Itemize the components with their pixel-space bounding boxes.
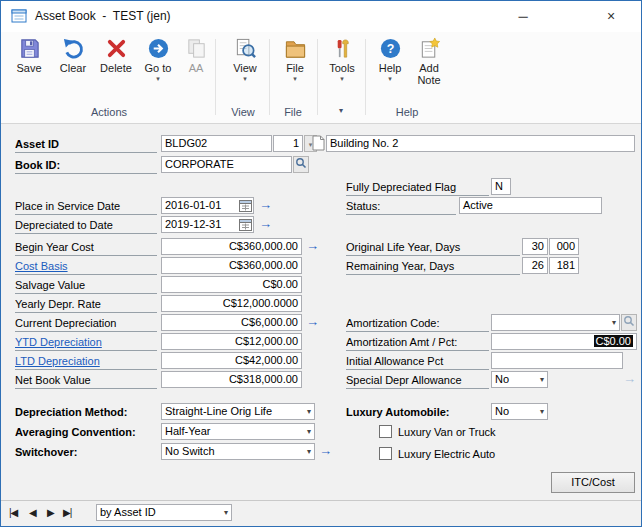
- depreciated-to-date-label: Depreciated to Date: [15, 218, 157, 234]
- ytd-depreciation-field: C$12,000.00: [161, 333, 302, 350]
- delete-button[interactable]: Delete: [95, 37, 137, 74]
- aa-button: AA: [181, 37, 211, 74]
- note-icon[interactable]: [312, 135, 325, 151]
- luxury-electric-auto-checkbox[interactable]: [379, 447, 392, 460]
- tools-dropdown-caret-icon: ▾: [323, 75, 361, 82]
- salvage-value-label: Salvage Value: [15, 278, 157, 294]
- goto-icon: [139, 37, 177, 61]
- add-note-button[interactable]: Add Note: [409, 37, 449, 86]
- special-depr-allowance-value: No: [495, 373, 509, 385]
- ltd-depreciation-field: C$42,000.00: [161, 352, 302, 369]
- nav-last-record-button[interactable]: ▶|: [63, 507, 71, 518]
- luxury-van-or-truck-checkbox[interactable]: [379, 425, 392, 438]
- minimize-button[interactable]: ─: [503, 1, 543, 32]
- salvage-value-field[interactable]: C$0.00: [161, 276, 302, 293]
- switchover-value: No Switch: [165, 445, 215, 457]
- begin-year-cost-field[interactable]: C$360,000.00: [161, 238, 302, 255]
- asset-id-suffix-field[interactable]: 1: [273, 135, 303, 152]
- nav-previous-record-button[interactable]: ◀: [29, 507, 36, 518]
- yearly-depr-rate-label: Yearly Depr. Rate: [15, 297, 157, 313]
- switchover-dropdown[interactable]: No Switch ▾: [161, 443, 315, 460]
- add-note-icon: [409, 37, 449, 61]
- depreciated-to-date-value: 2019-12-31: [165, 218, 221, 230]
- chevron-down-icon: ▾: [307, 425, 311, 439]
- clear-button[interactable]: Clear: [53, 37, 93, 74]
- itc-cost-button[interactable]: ITC/Cost: [551, 472, 635, 493]
- book-id-field[interactable]: CORPORATE: [161, 156, 292, 173]
- help-dropdown-caret-icon: ▾: [373, 75, 407, 82]
- averaging-convention-dropdown[interactable]: Half-Year ▾: [161, 423, 315, 440]
- remaining-life-label: Remaining Year, Days: [346, 259, 520, 275]
- sort-by-dropdown[interactable]: by Asset ID ▾: [96, 504, 232, 521]
- depreciated-to-expansion-arrow[interactable]: →: [258, 216, 273, 233]
- initial-allowance-pct-field[interactable]: [491, 352, 623, 369]
- amortization-code-label: Amortization Code:: [346, 316, 489, 332]
- file-label: File: [277, 62, 313, 74]
- close-button[interactable]: ×: [591, 1, 631, 32]
- cost-basis-link-text[interactable]: Cost Basis: [15, 260, 68, 272]
- asset-id-field[interactable]: BLDG02: [161, 135, 272, 152]
- help-label: Help: [373, 62, 407, 74]
- averaging-convention-value: Half-Year: [165, 425, 210, 437]
- ytd-depreciation-link-text[interactable]: YTD Depreciation: [15, 336, 102, 348]
- view-button[interactable]: View ▾: [225, 37, 265, 82]
- calendar-icon[interactable]: [239, 218, 252, 231]
- special-depr-allowance-dropdown[interactable]: No ▾: [491, 371, 548, 388]
- net-book-value-field: C$318,000.00: [161, 371, 302, 388]
- calendar-icon[interactable]: [239, 199, 252, 212]
- original-life-days-field[interactable]: 000: [549, 238, 579, 255]
- depreciation-method-dropdown[interactable]: Straight-Line Orig Life ▾: [161, 403, 315, 420]
- chevron-down-icon: ▾: [224, 506, 228, 520]
- sort-by-value: by Asset ID: [100, 506, 156, 518]
- description-field[interactable]: Building No. 2: [326, 135, 635, 152]
- goto-button[interactable]: Go to ▾: [139, 37, 177, 82]
- amortization-code-dropdown[interactable]: ▾: [491, 314, 620, 331]
- save-label: Save: [9, 62, 49, 74]
- chevron-down-icon: ▾: [307, 445, 311, 459]
- luxury-automobile-dropdown[interactable]: No ▾: [491, 403, 548, 420]
- begin-year-cost-expansion-arrow[interactable]: →: [305, 238, 320, 255]
- place-in-service-date-value: 2016-01-01: [165, 199, 221, 211]
- toolbar-group-tools-caret-icon[interactable]: ▾: [319, 106, 363, 120]
- amortization-amt-pct-field[interactable]: C$0.00: [491, 333, 637, 350]
- place-in-service-date-field[interactable]: 2016-01-01: [161, 197, 254, 214]
- current-depreciation-expansion-arrow[interactable]: →: [305, 314, 320, 331]
- help-button[interactable]: ? Help ▾: [373, 37, 407, 82]
- amortization-amt-pct-label: Amortization Amt / Pct:: [346, 335, 489, 351]
- cost-basis-link[interactable]: Cost Basis: [15, 259, 157, 275]
- yearly-depr-rate-field[interactable]: C$12,000.0000: [161, 295, 302, 312]
- fully-depreciated-flag-field: N: [491, 178, 511, 195]
- ytd-depreciation-link[interactable]: YTD Depreciation: [15, 335, 157, 351]
- amortization-code-lookup-button[interactable]: [621, 314, 637, 331]
- save-icon: [9, 37, 49, 61]
- place-in-service-expansion-arrow[interactable]: →: [258, 197, 273, 214]
- titlebar: Asset Book - TEST (jen) ─ ×: [1, 1, 641, 32]
- switchover-expansion-arrow[interactable]: →: [318, 443, 333, 460]
- original-life-years-field[interactable]: 30: [522, 238, 548, 255]
- help-icon: ?: [373, 37, 407, 61]
- view-icon: [225, 37, 265, 61]
- cost-basis-field[interactable]: C$360,000.00: [161, 257, 302, 274]
- file-button[interactable]: File ▾: [277, 37, 313, 82]
- remaining-years-field: 26: [522, 257, 548, 274]
- ltd-depreciation-link[interactable]: LTD Depreciation: [15, 354, 157, 370]
- save-button[interactable]: Save: [9, 37, 49, 74]
- chevron-down-icon: ▾: [540, 373, 544, 387]
- statusbar: |◀ ◀ ▶ ▶| by Asset ID ▾: [1, 500, 641, 526]
- add-note-label: Add Note: [409, 62, 449, 86]
- goto-label: Go to: [139, 62, 177, 74]
- depreciated-to-date-field[interactable]: 2019-12-31: [161, 216, 254, 233]
- averaging-convention-label: Averaging Convention:: [15, 425, 157, 440]
- toolbar-separator: [215, 39, 216, 115]
- tools-button[interactable]: Tools ▾: [323, 37, 361, 82]
- nav-next-record-button[interactable]: ▶: [47, 507, 54, 518]
- delete-icon: [95, 37, 137, 61]
- initial-allowance-pct-label: Initial Allowance Pct: [346, 354, 489, 370]
- current-depreciation-field[interactable]: C$6,000.00: [161, 314, 302, 331]
- ltd-depreciation-link-text[interactable]: LTD Depreciation: [15, 355, 100, 367]
- nav-first-record-button[interactable]: |◀: [9, 507, 17, 518]
- chevron-down-icon: ▾: [612, 316, 616, 330]
- toolbar-group-file: File: [271, 106, 315, 120]
- book-id-lookup-button[interactable]: [293, 156, 309, 173]
- luxury-van-or-truck-label: Luxury Van or Truck: [398, 425, 528, 440]
